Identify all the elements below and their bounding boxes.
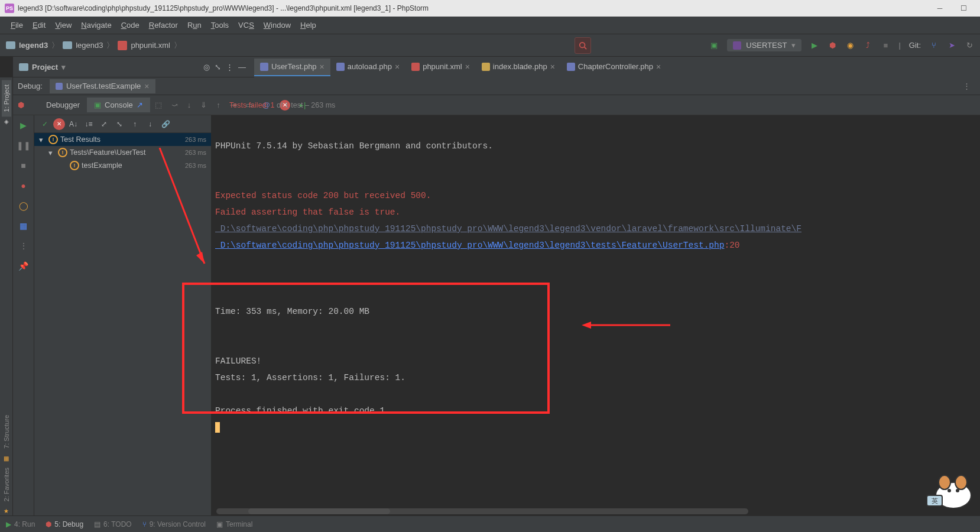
breadcrumb[interactable]: legend3 〉 legend3 〉 phpunit.xml 〉 <box>6 40 181 51</box>
tab-autoload[interactable]: autoload.php × <box>330 59 405 76</box>
debug-run-tab[interactable]: UserTest.testExample × <box>50 79 155 93</box>
menu-file[interactable]: File <box>6 18 28 32</box>
close-icon[interactable]: × <box>395 62 400 72</box>
tree-row-testexample[interactable]: ! testExample 263 ms <box>34 159 211 172</box>
step-into-icon[interactable]: ↓ <box>183 100 196 109</box>
tab-usertest[interactable]: UserTest.php × <box>254 59 330 76</box>
profile-button[interactable]: ⤴ <box>863 41 872 50</box>
git-update-icon[interactable]: ↻ <box>965 41 974 50</box>
menu-window[interactable]: Window <box>259 18 296 32</box>
locate-icon[interactable]: ◎ <box>201 63 212 72</box>
link-icon[interactable]: 🔗 <box>158 117 173 131</box>
chevron-down-icon[interactable]: ▾ <box>61 63 66 72</box>
mute-icon[interactable]: ◯ <box>18 200 29 211</box>
search-button[interactable] <box>575 37 591 54</box>
menu-refactor[interactable]: Refactor <box>144 18 183 32</box>
settings-icon[interactable]: ⋮ <box>18 241 29 251</box>
folder-icon <box>19 63 28 71</box>
console-link[interactable]: D:\software\coding\php\phpstudy_191125\p… <box>215 224 801 233</box>
console-error-line: Expected status code 200 but received 50… <box>215 191 431 200</box>
project-label[interactable]: Project <box>32 63 58 72</box>
collapse-icon[interactable]: ⤡ <box>212 63 223 72</box>
rerun-icon[interactable]: ▶ <box>18 120 29 131</box>
run-config-selector[interactable]: USERTEST ▾ <box>727 39 801 51</box>
sidebar-tab-favorites[interactable]: 2: Favorites <box>2 463 11 506</box>
star-icon[interactable]: ★ <box>4 508 9 514</box>
svg-point-0 <box>580 42 585 47</box>
step-icon[interactable]: ⬚ <box>150 100 167 109</box>
tab-indexblade[interactable]: index.blade.php × <box>476 59 561 76</box>
force-step-into-icon[interactable]: ⇓ <box>196 100 212 109</box>
stop-icon[interactable]: ■ <box>18 160 29 171</box>
menu-navigate[interactable]: Navigate <box>76 18 116 32</box>
menu-edit[interactable]: Edit <box>28 18 50 32</box>
console-line: Time: 353 ms, Memory: 20.00 MB <box>215 307 369 316</box>
breadcrumb-item[interactable]: legend3 <box>19 41 48 50</box>
sidebar-tab-project[interactable]: 1: Project <box>2 80 11 116</box>
debug-panel: Debug: UserTest.testExample × ⋮ ⬢ Debugg… <box>13 77 980 515</box>
tab-phpunit[interactable]: phpunit.xml × <box>405 59 476 76</box>
window-minimize-button[interactable]: ─ <box>928 4 952 12</box>
prev-icon[interactable]: ↑ <box>128 117 142 131</box>
bug-icon[interactable]: ⬢ <box>18 100 24 109</box>
menu-help[interactable]: Help <box>296 18 321 32</box>
menu-code[interactable]: Code <box>116 18 144 32</box>
debug-button[interactable]: ⬢ <box>828 41 837 50</box>
folder-icon <box>6 41 15 49</box>
menu-run[interactable]: Run <box>183 18 206 32</box>
sort-duration-icon[interactable]: ↓≡ <box>82 117 96 131</box>
next-icon[interactable]: ↓ <box>143 117 157 131</box>
layout-icon[interactable]: ▦ <box>18 220 29 231</box>
hide-icon[interactable]: — <box>236 63 248 72</box>
breadcrumb-item[interactable]: phpunit.xml <box>131 41 170 50</box>
tab-chaptercontroller[interactable]: ChapterController.php × <box>561 59 667 76</box>
pause-icon[interactable]: ❚❚ <box>18 140 29 151</box>
console-tab[interactable]: ▣ Console ↗ <box>87 98 150 112</box>
menu-view[interactable]: View <box>50 18 76 32</box>
close-icon[interactable]: × <box>656 62 661 72</box>
statusbar-run[interactable]: ▶4: Run <box>6 520 35 528</box>
coverage-button[interactable]: ◉ <box>845 41 855 50</box>
horizontal-scrollbar[interactable] <box>216 508 748 514</box>
statusbar-vcs[interactable]: ⑂9: Version Control <box>142 520 206 528</box>
run-button[interactable]: ▶ <box>810 41 819 50</box>
console-link[interactable]: D:\software\coding\php\phpstudy_191125\p… <box>215 241 724 250</box>
menu-tools[interactable]: Tools <box>206 18 233 32</box>
git-commit-icon[interactable]: ➤ <box>947 41 956 50</box>
tree-row-usertest[interactable]: ▾ ! Tests\Feature\UserTest 263 ms <box>34 146 211 159</box>
collapse-icon[interactable]: ⤡ <box>112 117 126 131</box>
tree-label: Test Results <box>60 135 100 144</box>
window-maximize-button[interactable]: ☐ <box>952 4 975 12</box>
filter-failed-icon[interactable]: ✕ <box>53 118 65 130</box>
git-branch-icon[interactable]: ⑂ <box>929 41 939 50</box>
filter-passed-icon[interactable]: ✓ <box>38 117 52 131</box>
close-icon[interactable]: × <box>465 62 470 72</box>
close-icon[interactable]: × <box>320 62 324 72</box>
php-file-icon <box>260 63 268 71</box>
window-titlebar: PS legend3 [D:\software\coding\php\phpst… <box>0 0 980 17</box>
close-icon[interactable]: × <box>550 62 555 72</box>
svg-text:英: 英 <box>932 497 938 504</box>
settings-icon[interactable]: ⋮ <box>223 63 236 72</box>
sidebar-tab-structure[interactable]: 7: Structure <box>2 410 11 453</box>
breadcrumb-item[interactable]: legend3 <box>76 41 103 50</box>
stop-button[interactable]: ■ <box>881 41 890 50</box>
menu-vcs[interactable]: VCS <box>233 18 259 32</box>
more-icon[interactable]: ⋮ <box>958 82 975 90</box>
console-output[interactable]: PHPUnit 7.5.14 by Sebastian Bergmann and… <box>212 115 980 515</box>
terminal-icon[interactable]: ▣ <box>709 41 719 50</box>
structure-icon[interactable]: ▦ <box>4 455 9 461</box>
bookmark-icon[interactable]: ◈ <box>4 118 9 124</box>
statusbar-todo[interactable]: ▤6: TODO <box>94 520 132 528</box>
statusbar-terminal[interactable]: ▣Terminal <box>216 520 252 528</box>
expand-icon[interactable]: ⤢ <box>97 117 111 131</box>
close-icon[interactable]: × <box>144 82 149 91</box>
step-over-icon[interactable]: ⤻ <box>167 100 183 109</box>
pin-icon[interactable]: 📌 <box>18 261 29 271</box>
open-external-icon[interactable]: ↗ <box>137 100 143 109</box>
debugger-tab[interactable]: Debugger <box>39 98 87 112</box>
breakpoint-icon[interactable]: ● <box>18 180 29 191</box>
statusbar-debug[interactable]: ⬢5: Debug <box>46 520 83 528</box>
tree-row-results[interactable]: ▾ ! Test Results 263 ms <box>34 133 211 146</box>
sort-icon[interactable]: A↓ <box>66 117 80 131</box>
